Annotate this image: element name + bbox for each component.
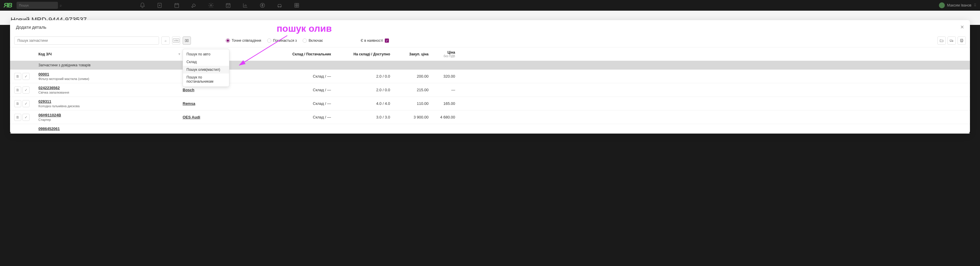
search-top-input[interactable] <box>19 3 60 7</box>
apps-icon[interactable]: ⠿ <box>974 3 977 7</box>
svg-rect-3 <box>226 3 230 7</box>
schedule-icon[interactable] <box>225 2 231 8</box>
topbar: ЯВ ⌕ Максим Іванов ⠿ <box>0 0 980 11</box>
search-icon: ⌕ <box>60 3 62 7</box>
user-area[interactable]: Максим Іванов ⠿ <box>939 2 977 8</box>
modal-header: Додати деталь ✕ <box>10 20 970 25</box>
wrench-icon[interactable] <box>191 2 197 8</box>
svg-rect-1 <box>175 3 178 7</box>
search-top[interactable]: ⌕ <box>17 2 58 9</box>
modal: пошук олив Додати деталь ✕ ⌕ VIN Пошук п… <box>10 20 970 25</box>
file-plus-icon[interactable] <box>157 2 162 8</box>
top-nav-icons <box>140 2 300 8</box>
chart-icon[interactable] <box>242 2 248 8</box>
calendar-icon[interactable] <box>174 2 180 8</box>
svg-rect-7 <box>295 3 299 7</box>
grid-icon[interactable] <box>294 2 300 8</box>
avatar <box>939 2 945 8</box>
svg-point-2 <box>210 5 212 6</box>
logo: ЯВ <box>3 2 12 9</box>
bell-icon[interactable] <box>140 2 145 8</box>
modal-overlay: пошук олив Додати деталь ✕ ⌕ VIN Пошук п… <box>10 20 970 25</box>
car-icon[interactable] <box>277 2 283 8</box>
gear-icon[interactable] <box>208 2 214 8</box>
close-icon[interactable]: ✕ <box>960 24 964 25</box>
dollar-icon[interactable] <box>259 2 266 8</box>
user-name: Максим Іванов <box>947 3 971 7</box>
